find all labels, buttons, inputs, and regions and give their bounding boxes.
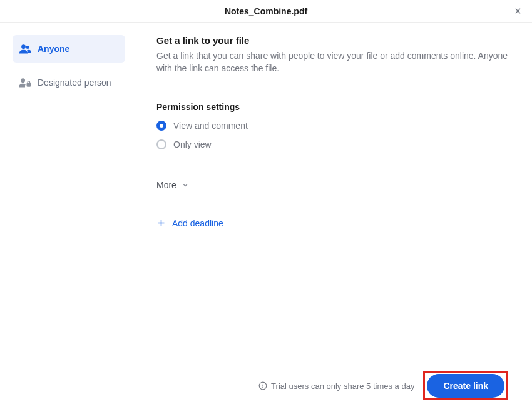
radio-label: Only view — [173, 139, 212, 149]
trial-notice-text: Trial users can only share 5 times a day — [271, 381, 414, 391]
divider — [156, 88, 508, 88]
radio-indicator — [156, 139, 166, 149]
chevron-down-icon — [182, 181, 189, 189]
close-icon — [513, 6, 523, 16]
svg-point-3 — [26, 46, 29, 49]
radio-only-view[interactable]: Only view — [156, 139, 508, 149]
create-link-highlight: Create link — [423, 371, 508, 400]
person-lock-icon — [19, 78, 31, 88]
permission-section-title: Permission settings — [156, 102, 508, 112]
divider — [156, 166, 508, 166]
radio-view-and-comment[interactable]: View and comment — [156, 121, 508, 131]
svg-point-2 — [21, 44, 26, 49]
plus-icon — [156, 218, 166, 228]
close-button[interactable] — [512, 6, 523, 17]
svg-rect-5 — [27, 83, 31, 87]
create-link-button[interactable]: Create link — [427, 374, 504, 398]
share-main-panel: Get a link to your file Get a link that … — [131, 23, 532, 414]
people-icon — [19, 44, 31, 54]
svg-point-10 — [263, 387, 263, 388]
more-toggle[interactable]: More — [156, 180, 508, 190]
add-deadline-button[interactable]: Add deadline — [156, 218, 508, 228]
radio-indicator-selected — [156, 121, 166, 131]
sidebar-item-label: Designated person — [38, 78, 111, 88]
share-sidebar: Anyone Designated person — [0, 23, 131, 414]
file-title: Notes_Combine.pdf — [225, 6, 307, 16]
link-section-title: Get a link to your file — [156, 35, 508, 46]
sidebar-item-label: Anyone — [38, 44, 69, 54]
add-deadline-label: Add deadline — [172, 218, 223, 228]
sidebar-item-anyone[interactable]: Anyone — [13, 35, 125, 63]
sidebar-item-designated-person[interactable]: Designated person — [13, 69, 125, 96]
info-icon — [258, 381, 267, 390]
svg-point-4 — [21, 78, 25, 83]
more-label: More — [156, 180, 176, 190]
divider — [156, 204, 508, 204]
dialog-footer: Trial users can only share 5 times a day… — [131, 371, 532, 400]
trial-notice: Trial users can only share 5 times a day — [258, 381, 414, 391]
dialog-header: Notes_Combine.pdf — [0, 0, 532, 23]
link-section-description: Get a link that you can share with peopl… — [156, 49, 508, 75]
radio-label: View and comment — [173, 121, 248, 131]
